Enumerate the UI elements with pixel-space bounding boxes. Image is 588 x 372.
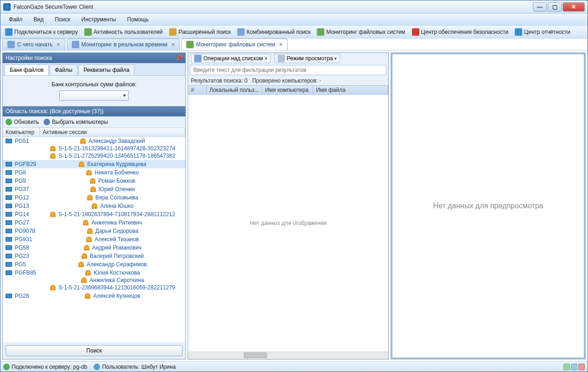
- tab-close-icon[interactable]: ×: [57, 41, 60, 48]
- scrollbar-thumb[interactable]: [244, 353, 267, 358]
- session-link[interactable]: S-1-5-21-2725299420-1345651178-186547382: [58, 153, 175, 159]
- toolbar-button[interactable]: Центр обеспечения безопасности: [409, 27, 512, 37]
- toolbar-button[interactable]: Комбинированный поиск: [234, 27, 313, 37]
- computer-name-link[interactable]: PGFB85: [15, 269, 36, 276]
- computer-name-link[interactable]: PGFB29: [15, 161, 36, 167]
- computer-name-link[interactable]: PG28: [15, 293, 29, 299]
- col-num[interactable]: #: [188, 86, 207, 94]
- main-tab[interactable]: С чего начать×: [2, 38, 65, 50]
- tab-close-icon[interactable]: ×: [279, 41, 283, 48]
- col-computer-name[interactable]: Имя компьютера: [262, 86, 313, 94]
- computer-row[interactable]: PG58Андрей Романович: [3, 244, 185, 252]
- col-file-name[interactable]: Имя файла: [313, 86, 388, 94]
- computer-row[interactable]: PG23Валерий Петровский: [3, 252, 185, 260]
- computer-name-link[interactable]: PG58: [15, 244, 29, 251]
- computer-row[interactable]: PG9Роман Божков: [3, 177, 185, 185]
- view-mode-icon: [278, 55, 285, 62]
- computer-row[interactable]: PG931Алексей Тиханов: [3, 235, 185, 244]
- tab-icon: [72, 41, 79, 48]
- col-computer[interactable]: Компьютер: [3, 128, 40, 136]
- status-indicator-2-icon[interactable]: [571, 364, 577, 370]
- file-bank-tab-content: Банк контрольных сумм файлов: ▼: [3, 76, 185, 106]
- menu-поиск[interactable]: Поиск: [50, 15, 75, 24]
- session-link[interactable]: Дарья Сидорова: [95, 228, 139, 234]
- computer-name-link[interactable]: PG37: [15, 186, 29, 192]
- session-link[interactable]: S-1-5-21-2369683944-1213016059-282211279: [58, 284, 175, 291]
- computer-row[interactable]: PG8Никита Бобченко: [3, 168, 185, 177]
- user-icon: [50, 146, 56, 151]
- menu-файл[interactable]: Файл: [4, 15, 27, 24]
- close-button[interactable]: ✕: [563, 2, 585, 12]
- session-link[interactable]: Вера Соловьева: [95, 194, 138, 201]
- col-local-user[interactable]: Локальный польз...: [207, 86, 262, 94]
- computer-name-link[interactable]: PG51: [15, 138, 29, 144]
- session-link[interactable]: Алексей Кузнецов: [93, 293, 140, 299]
- computer-name-link[interactable]: PG23: [15, 253, 29, 259]
- menu-вид[interactable]: Вид: [29, 15, 49, 24]
- computers-grid[interactable]: PG51Александр ЗавадскийS-1-5-21-16132994…: [3, 137, 185, 342]
- filter-input[interactable]: [190, 65, 386, 75]
- view-mode-dropdown[interactable]: Режим просмотра ▾: [274, 54, 341, 63]
- session-link[interactable]: S-1-5-21-1802637894-710817934-2881112212: [58, 211, 175, 218]
- status-indicator-1-icon[interactable]: [563, 364, 570, 370]
- session-link[interactable]: Алина Юшко: [100, 203, 133, 209]
- computer-row[interactable]: PGFB85Юлия КостючковаАнжелика СироткинаS…: [3, 269, 185, 292]
- settings-subtab[interactable]: Реквизиты файла: [78, 64, 134, 75]
- session-link[interactable]: Валерий Петровский: [90, 253, 144, 259]
- session-link[interactable]: Екатерина Кудрявцева: [87, 161, 146, 167]
- status-indicator-3-icon[interactable]: [578, 364, 585, 370]
- computer-row[interactable]: PG51Александр ЗавадскийS-1-5-21-16132994…: [3, 137, 185, 160]
- refresh-button[interactable]: Обновить: [6, 119, 39, 125]
- col-sessions[interactable]: Активные сессии: [40, 128, 185, 136]
- menu-инструменты[interactable]: Инструменты: [77, 15, 121, 24]
- settings-subtab[interactable]: Файлы: [50, 64, 77, 75]
- session-link[interactable]: S-1-5-21-1613299411-1614897428-302323274: [58, 145, 175, 152]
- computer-name-link[interactable]: PG5: [15, 261, 26, 268]
- session-link[interactable]: Анжелика Раткевич: [91, 219, 142, 226]
- computer-name-link[interactable]: PG14: [15, 211, 29, 218]
- session-link[interactable]: Роман Божков: [98, 178, 135, 184]
- horizontal-scrollbar[interactable]: [188, 352, 388, 359]
- session-link[interactable]: Александр Серафимов: [87, 261, 147, 268]
- choose-computers-button[interactable]: Выбрать компьютеры: [44, 119, 108, 125]
- toolbar-button[interactable]: Расширенный поиск: [166, 27, 234, 37]
- computer-name-link[interactable]: PG27: [15, 219, 29, 226]
- computer-row[interactable]: PG14S-1-5-21-1802637894-710817934-288111…: [3, 210, 185, 218]
- session-link[interactable]: Александр Завадский: [89, 138, 145, 144]
- computer-row[interactable]: PG28Алексей Кузнецов: [3, 292, 185, 300]
- main-tab[interactable]: Мониторинг файловых систем×: [181, 38, 287, 50]
- session-link[interactable]: Алексей Тиханов: [95, 236, 139, 243]
- toolbar-button[interactable]: Центр отчётности: [512, 27, 573, 37]
- maximize-button[interactable]: ▢: [548, 2, 562, 12]
- computer-name-link[interactable]: PG12: [15, 194, 29, 201]
- menu-помощь[interactable]: Помощь: [122, 15, 153, 24]
- session-link[interactable]: Юрий Оленин: [99, 186, 135, 192]
- session-link[interactable]: Никита Бобченко: [95, 169, 139, 176]
- computer-row[interactable]: PG13Алина Юшко: [3, 202, 185, 210]
- search-button[interactable]: Поиск: [6, 345, 183, 356]
- list-operations-dropdown[interactable]: Операции над списком ▾: [191, 54, 271, 63]
- tab-close-icon[interactable]: ×: [171, 41, 175, 48]
- computer-row[interactable]: PG12Вера Соловьева: [3, 193, 185, 202]
- computer-row[interactable]: PG9078Дарья Сидорова: [3, 227, 185, 235]
- computer-row[interactable]: PG37Юрий Оленин: [3, 185, 185, 193]
- computer-name-link[interactable]: PG931: [15, 236, 32, 243]
- main-tab[interactable]: Мониторинг в реальном времени×: [67, 38, 180, 50]
- toolbar-button[interactable]: Мониторинг файловых систем: [314, 27, 408, 37]
- computer-name-link[interactable]: PG9: [15, 178, 26, 184]
- computer-row[interactable]: PG5Александр Серафимов: [3, 260, 185, 269]
- computer-row[interactable]: PG27Анжелика Раткевич: [3, 218, 185, 227]
- settings-subtab[interactable]: Банк файлов: [5, 64, 49, 75]
- checksum-bank-dropdown[interactable]: ▼: [59, 90, 129, 101]
- pin-icon[interactable]: 📌: [176, 55, 183, 61]
- toolbar-button[interactable]: Подключиться к серверу: [2, 27, 81, 37]
- computer-row[interactable]: PGFB29Екатерина Кудрявцева: [3, 160, 185, 168]
- session-link[interactable]: Андрей Романович: [92, 244, 142, 251]
- toolbar-button[interactable]: Активность пользователей: [82, 27, 165, 37]
- computer-name-link[interactable]: PG13: [15, 203, 29, 209]
- session-link[interactable]: Анжелика Сироткина: [89, 277, 144, 283]
- minimize-button[interactable]: —: [533, 2, 547, 12]
- session-link[interactable]: Юлия Костючкова: [94, 269, 140, 276]
- computer-name-link[interactable]: PG9078: [15, 228, 35, 234]
- computer-name-link[interactable]: PG8: [15, 169, 26, 176]
